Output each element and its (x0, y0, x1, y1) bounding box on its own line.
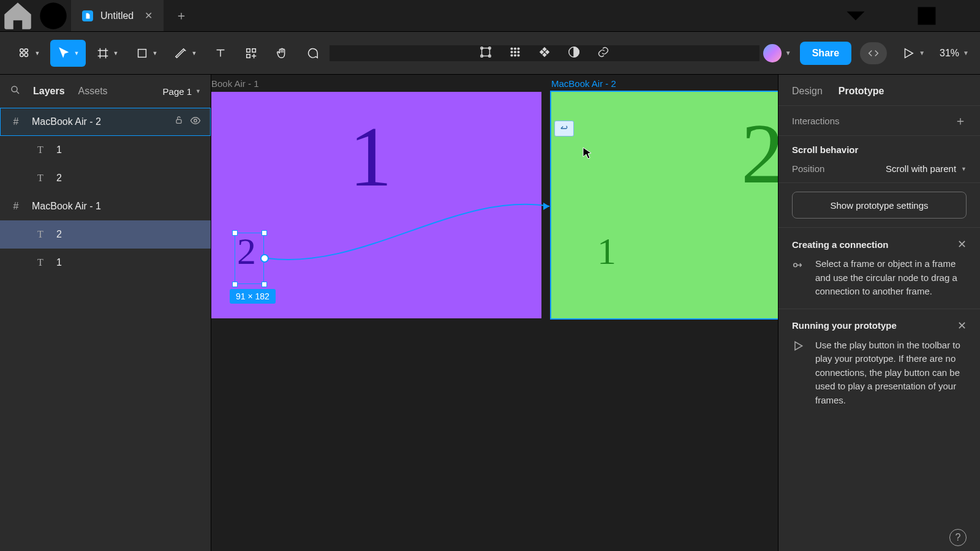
move-tool[interactable]: ▼ (50, 40, 86, 67)
show-prototype-settings-button[interactable]: Show prototype settings (792, 192, 967, 219)
layer-label: 1 (56, 144, 62, 156)
layer-label: 2 (56, 173, 62, 184)
unlock-icon[interactable] (174, 115, 184, 129)
maximize-button[interactable] (909, 0, 944, 31)
search-icon[interactable] (10, 84, 21, 98)
home-button[interactable] (0, 0, 36, 31)
share-button[interactable]: Share (800, 42, 851, 65)
layer-text[interactable]: T 2 (0, 220, 211, 249)
selection-handle[interactable] (232, 282, 238, 287)
frame-label[interactable]: MacBook Air - 2 (551, 78, 616, 89)
layer-text[interactable]: T 1 (0, 249, 211, 277)
svg-point-18 (511, 51, 513, 53)
canvas-text[interactable]: 1 (349, 107, 392, 206)
interactions-label: Interactions (792, 116, 840, 126)
tip-title: Creating a connection (792, 239, 889, 250)
document-tab[interactable]: Untitled ✕ (71, 0, 164, 31)
svg-rect-10 (481, 48, 489, 56)
tip-body: Use the play button in the toolbar to pl… (815, 339, 967, 408)
text-layer-icon: T (34, 257, 47, 268)
frame-tool[interactable]: ▼ (89, 40, 125, 67)
tab-design[interactable]: Design (792, 86, 823, 97)
component-set-icon[interactable] (508, 45, 522, 61)
comment-tool[interactable] (299, 40, 326, 67)
svg-rect-9 (247, 54, 251, 58)
svg-point-22 (514, 54, 516, 56)
title-bar: Untitled ✕ ＋ (0, 0, 980, 32)
dev-mode-toggle[interactable] (860, 42, 887, 64)
svg-rect-26 (176, 119, 181, 123)
resources-tool[interactable] (238, 40, 265, 67)
layer-frame[interactable]: # MacBook Air - 2 (0, 108, 211, 136)
community-button[interactable] (36, 0, 71, 31)
connection-icon (792, 258, 805, 299)
play-icon (792, 340, 805, 408)
layer-text[interactable]: T 1 (0, 136, 211, 164)
selection-handle[interactable] (262, 230, 267, 236)
layer-label: 2 (56, 229, 62, 240)
present-button[interactable]: ▼ (902, 47, 925, 60)
svg-point-3 (24, 48, 28, 52)
svg-point-25 (12, 86, 17, 92)
svg-rect-1 (918, 7, 936, 24)
selection-handle[interactable] (232, 230, 238, 236)
add-interaction-button[interactable]: ＋ (954, 114, 967, 127)
svg-point-16 (514, 48, 516, 50)
text-layer-icon: T (34, 173, 47, 184)
canvas-text[interactable]: 1 (597, 230, 616, 273)
selection-box (235, 233, 264, 284)
minimize-button[interactable] (873, 0, 909, 31)
zoom-select[interactable]: 31% ▼ (940, 48, 969, 59)
user-avatar-menu[interactable]: ▼ (763, 44, 791, 62)
svg-rect-8 (252, 48, 256, 52)
shape-tool[interactable]: ▼ (129, 40, 164, 67)
scroll-position-label: Position (792, 163, 824, 174)
help-button[interactable]: ? (949, 529, 967, 546)
back-interaction-chip[interactable] (554, 121, 574, 137)
page-select[interactable]: Page 1 ▼ (163, 86, 201, 97)
toolbar: ▼ ▼ ▼ ▼ ▼ ▼ Share (0, 32, 980, 75)
tip-title: Running your prototype (792, 320, 897, 331)
svg-point-20 (518, 51, 519, 53)
pen-tool[interactable]: ▼ (168, 40, 203, 67)
right-panel: Design Prototype Interactions ＋ Scroll b… (778, 75, 980, 551)
tab-prototype[interactable]: Prototype (839, 86, 884, 97)
chevron-down-icon[interactable] (838, 0, 873, 31)
layer-label: MacBook Air - 2 (32, 116, 101, 127)
mask-icon[interactable] (567, 45, 581, 61)
svg-point-2 (20, 48, 23, 52)
tab-assets[interactable]: Assets (78, 86, 108, 97)
svg-point-27 (194, 119, 197, 122)
scroll-position-select[interactable]: Scroll with parent ▼ (886, 163, 967, 174)
text-layer-icon: T (34, 229, 47, 240)
selection-handle[interactable] (262, 282, 267, 287)
frame-label[interactable]: Book Air - 1 (211, 78, 259, 89)
left-panel: Layers Assets Page 1 ▼ # MacBook Air - 2… (0, 75, 211, 551)
svg-point-19 (514, 51, 516, 53)
hand-tool[interactable] (268, 40, 295, 67)
close-tip-button[interactable]: ✕ (957, 319, 967, 332)
close-tab-button[interactable]: ✕ (145, 10, 153, 21)
new-tab-button[interactable]: ＋ (164, 0, 199, 31)
text-tool[interactable] (207, 40, 234, 67)
canvas[interactable]: Book Air - 1 MacBook Air - 2 1 2 91 × 18… (211, 75, 778, 551)
cursor-icon (582, 147, 594, 163)
component-icon[interactable] (538, 45, 551, 61)
main-menu-button[interactable]: ▼ (11, 40, 47, 67)
scroll-behavior-title: Scroll behavior (792, 144, 967, 155)
close-window-button[interactable] (944, 0, 980, 31)
layer-label: MacBook Air - 1 (32, 201, 101, 212)
close-tip-button[interactable]: ✕ (957, 238, 967, 251)
canvas-text[interactable]: 2 (741, 104, 778, 203)
edit-object-icon[interactable] (479, 45, 492, 61)
visibility-icon[interactable] (190, 115, 201, 129)
link-icon[interactable] (597, 45, 610, 61)
canvas-frame-a[interactable]: 1 2 (211, 92, 541, 318)
canvas-frame-b[interactable]: 2 1 (551, 92, 778, 318)
tab-layers[interactable]: Layers (33, 86, 65, 97)
frame-icon: # (10, 201, 22, 212)
layer-frame[interactable]: # MacBook Air - 1 (0, 192, 211, 220)
layer-text[interactable]: T 2 (0, 164, 211, 192)
prototype-connection-node[interactable] (260, 254, 269, 263)
avatar (763, 44, 782, 62)
